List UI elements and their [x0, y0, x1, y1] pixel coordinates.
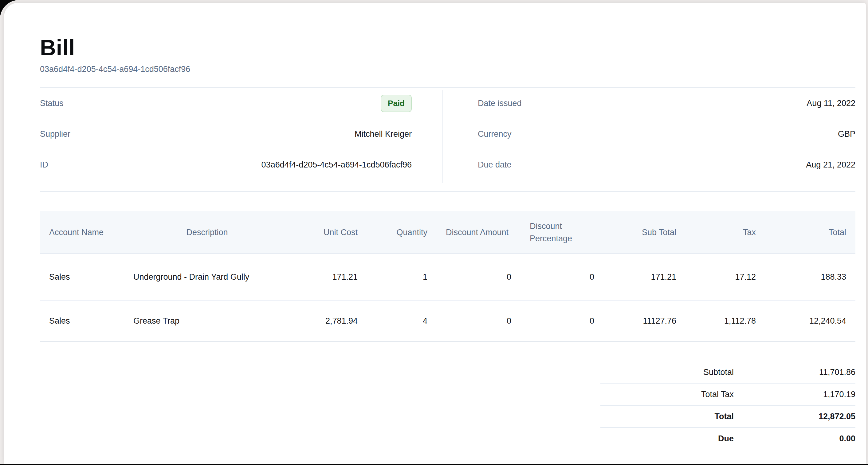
total-tax-label: Total Tax [600, 390, 734, 399]
column-header-tax: Tax [685, 211, 765, 254]
cell-tax: 17.12 [685, 254, 765, 300]
totals-summary: Subtotal 11,701.86 Total Tax 1,170.19 To… [600, 362, 856, 449]
due-date-label: Due date [478, 160, 512, 169]
cell-tax: 1,112.78 [685, 301, 765, 341]
total-label: Total [600, 412, 734, 421]
details-bottom-divider [40, 191, 856, 192]
column-header-unit-cost: Unit Cost [290, 211, 367, 254]
summary-row-due: Due 0.00 [600, 428, 856, 449]
page-title: Bill [40, 36, 856, 59]
column-header-discount-percentage: Discount Percentage [521, 211, 603, 254]
subtotal-label: Subtotal [600, 368, 734, 377]
cell-account-name: Sales [40, 254, 124, 300]
cell-quantity: 4 [367, 301, 437, 341]
cell-discount-amount: 0 [437, 301, 521, 341]
cell-unit-cost: 171.21 [290, 254, 367, 300]
due-label: Due [600, 434, 734, 443]
supplier-label: Supplier [40, 129, 70, 139]
detail-row-id: ID 03a6d4f4-d205-4c54-a694-1cd506facf96 [40, 149, 412, 180]
detail-row-due-date: Due date Aug 21, 2022 [478, 149, 856, 180]
bill-page: Bill 03a6d4f4-d205-4c54-a694-1cd506facf9… [4, 36, 866, 449]
detail-row-currency: Currency GBP [478, 119, 856, 149]
cell-account-name: Sales [40, 301, 124, 341]
currency-label: Currency [478, 129, 512, 139]
cell-total: 188.33 [765, 254, 856, 300]
bill-id-subtitle: 03a6d4f4-d205-4c54-a694-1cd506facf96 [40, 64, 856, 74]
summary-row-total: Total 12,872.05 [600, 406, 856, 428]
id-label: ID [40, 160, 48, 169]
cell-unit-cost: 2,781.94 [290, 301, 367, 341]
date-issued-label: Date issued [478, 99, 522, 108]
supplier-value: Mitchell Kreiger [354, 129, 412, 139]
column-header-total: Total [765, 211, 856, 254]
column-header-quantity: Quantity [367, 211, 437, 254]
details-left-column: Status Paid Supplier Mitchell Kreiger ID… [40, 88, 412, 180]
column-header-discount-amount: Discount Amount [437, 211, 521, 254]
cell-sub-total: 11127.76 [603, 301, 685, 341]
cell-discount-percentage: 0 [521, 301, 603, 341]
line-items-table: Account Name Description Unit Cost Quant… [40, 211, 856, 342]
cell-description: Grease Trap [124, 301, 290, 341]
cell-quantity: 1 [367, 254, 437, 300]
column-header-account-name: Account Name [40, 211, 124, 254]
summary-row-subtotal: Subtotal 11,701.86 [600, 362, 856, 383]
due-date-value: Aug 21, 2022 [806, 160, 856, 169]
due-value: 0.00 [734, 434, 856, 443]
summary-row-total-tax: Total Tax 1,170.19 [600, 383, 856, 406]
cell-sub-total: 171.21 [603, 254, 685, 300]
currency-value: GBP [838, 129, 856, 139]
status-badge: Paid [381, 95, 412, 112]
bill-details-section: Status Paid Supplier Mitchell Kreiger ID… [40, 88, 856, 191]
details-vertical-divider [442, 90, 443, 183]
detail-row-supplier: Supplier Mitchell Kreiger [40, 119, 412, 149]
cell-discount-amount: 0 [437, 254, 521, 300]
bill-document-card: Bill 03a6d4f4-d205-4c54-a694-1cd506facf9… [4, 3, 866, 464]
cell-description: Underground - Drain Yard Gully [124, 254, 290, 300]
column-header-description: Description [124, 211, 290, 254]
status-label: Status [40, 99, 64, 108]
date-issued-value: Aug 11, 2022 [807, 99, 856, 108]
detail-row-status: Status Paid [40, 88, 412, 119]
cell-discount-percentage: 0 [521, 254, 603, 300]
id-value: 03a6d4f4-d205-4c54-a694-1cd506facf96 [261, 160, 412, 169]
total-tax-value: 1,170.19 [734, 390, 856, 399]
total-value: 12,872.05 [734, 412, 856, 421]
table-bottom-border [40, 341, 856, 342]
column-header-sub-total: Sub Total [603, 211, 685, 254]
details-right-column: Date issued Aug 11, 2022 Currency GBP Du… [478, 88, 856, 180]
cell-total: 12,240.54 [765, 301, 856, 341]
subtotal-value: 11,701.86 [734, 368, 856, 377]
detail-row-date-issued: Date issued Aug 11, 2022 [478, 88, 856, 119]
